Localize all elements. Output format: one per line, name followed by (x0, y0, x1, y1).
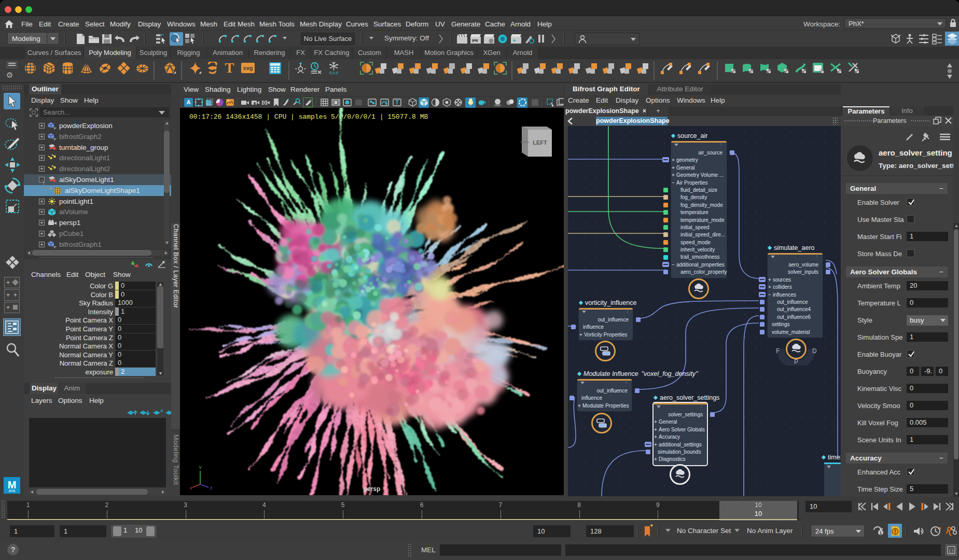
svg-text:Y: Y (199, 465, 202, 470)
svg-text:!: ! (894, 529, 896, 535)
svg-text:F: F (776, 347, 780, 355)
svg-text:T: T (395, 100, 398, 105)
svg-text:0,0,0: 0,0,0 (329, 71, 338, 75)
svg-text:{;}: {;} (949, 548, 954, 553)
svg-text:LEFT: LEFT (533, 139, 547, 146)
svg-text:P: P (794, 358, 798, 366)
svg-text:T: T (225, 62, 234, 75)
svg-text:1: 1 (879, 530, 882, 536)
svg-text:+: + (160, 409, 163, 414)
svg-text:IPR: IPR (472, 39, 478, 43)
svg-text:BACK: BACK (521, 141, 529, 144)
svg-text:D: D (812, 347, 817, 355)
